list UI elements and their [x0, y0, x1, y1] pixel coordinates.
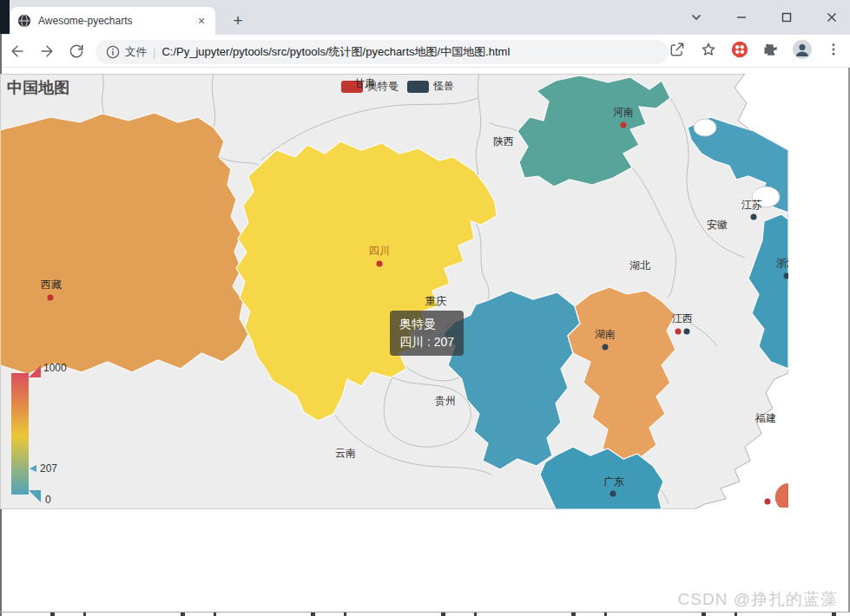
- series-marker-dot: [751, 214, 757, 220]
- tab-close-icon[interactable]: ×: [194, 14, 208, 28]
- visualmap-max-label: 1000: [43, 362, 67, 374]
- visualmap-current-label: 207: [40, 462, 57, 475]
- new-tab-button[interactable]: +: [227, 10, 248, 31]
- browser-window: { "browser": { "tab_title": "Awesome-pye…: [0, 0, 850, 616]
- series-marker-dot: [621, 122, 627, 128]
- province-label-安徽[interactable]: 安徽: [707, 218, 728, 233]
- maximize-button[interactable]: [775, 6, 798, 29]
- province-shape-taiwan[interactable]: [775, 483, 788, 508]
- province-label-江西[interactable]: 江西: [672, 311, 693, 326]
- province-label-贵州[interactable]: 贵州: [435, 394, 456, 409]
- province-label-甘肃[interactable]: 甘肃: [354, 76, 375, 91]
- visualmap-bar[interactable]: [11, 373, 29, 495]
- taskbar-sliver: [0, 612, 850, 616]
- series-marker-dot: [684, 329, 690, 335]
- csdn-watermark: CSDN @挣扎的蓝藻: [678, 588, 838, 611]
- minimize-button[interactable]: [730, 6, 753, 29]
- province-label-陕西[interactable]: 陕西: [493, 134, 514, 149]
- close-window-button[interactable]: [820, 6, 843, 29]
- menu-dots-icon[interactable]: [822, 38, 845, 61]
- series-marker-dot: [377, 261, 383, 267]
- series-marker-dot: [603, 344, 609, 351]
- red-extension-icon[interactable]: [728, 38, 751, 61]
- map-tooltip: 奥特曼 四川 : 207: [390, 311, 464, 356]
- tooltip-series-name: 奥特曼: [399, 315, 454, 333]
- province-label-西藏[interactable]: 西藏: [41, 278, 62, 292]
- series-marker-dot: [765, 499, 771, 505]
- url-separator: |: [153, 46, 155, 59]
- page-info-icon[interactable]: [106, 45, 120, 59]
- window-corner: [0, 0, 10, 34]
- url-text: C:/Py_jupyter/pytools/src/pytools/统计图/py…: [161, 44, 510, 60]
- address-bar[interactable]: 文件 | C:/Py_jupyter/pytools/src/pytools/统…: [96, 40, 669, 64]
- province-label-湖南[interactable]: 湖南: [595, 327, 616, 342]
- province-label-河南[interactable]: 河南: [613, 105, 634, 120]
- browser-tab[interactable]: Awesome-pyecharts ×: [10, 7, 215, 35]
- visualmap-min-label: 0: [45, 494, 51, 506]
- echarts-map-canvas[interactable]: 中国地图 奥特曼 怪兽 甘肃陕西河南江苏安徽湖北浙江西藏四川重庆湖南江西贵州云南…: [0, 74, 788, 509]
- province-label-云南[interactable]: 云南: [335, 446, 356, 461]
- share-icon[interactable]: [666, 38, 689, 61]
- province-label-福建[interactable]: 福建: [755, 411, 776, 426]
- tooltip-value-line: 四川 : 207: [399, 333, 454, 351]
- legend-swatch-guaishou: [407, 81, 429, 93]
- chart-title: 中国地图: [7, 77, 69, 98]
- series-marker-dot: [610, 491, 616, 497]
- tab-strip: Awesome-pyecharts × +: [0, 0, 850, 35]
- bookmark-star-icon[interactable]: [697, 38, 720, 61]
- province-label-广东[interactable]: 广东: [603, 475, 624, 489]
- extensions-puzzle-icon[interactable]: [760, 38, 782, 61]
- series-marker-dot: [48, 295, 54, 301]
- province-label-重庆[interactable]: 重庆: [425, 294, 446, 309]
- tab-search-chevron-icon[interactable]: [685, 6, 708, 29]
- province-label-四川[interactable]: 四川: [369, 244, 390, 259]
- province-label-江苏[interactable]: 江苏: [741, 198, 762, 213]
- series-marker-dot: [675, 329, 682, 335]
- toolbar-actions: [666, 38, 845, 61]
- series-marker-dot: [784, 273, 789, 279]
- province-label-湖北[interactable]: 湖北: [629, 259, 650, 273]
- province-shape-xizang[interactable]: [0, 113, 248, 374]
- forward-button[interactable]: [35, 39, 59, 63]
- favicon-globe-icon: [17, 14, 31, 28]
- profile-avatar[interactable]: [791, 38, 814, 61]
- file-scheme-label: 文件: [125, 45, 147, 60]
- tab-title: Awesome-pyecharts: [38, 15, 194, 27]
- china-map: [0, 74, 788, 509]
- back-button[interactable]: [5, 39, 30, 63]
- window-controls: [685, 3, 843, 31]
- reload-button[interactable]: [64, 39, 89, 63]
- legend-label-guaishou: 怪兽: [433, 79, 454, 94]
- legend-item-guaishou[interactable]: 怪兽: [407, 79, 454, 94]
- lake-hongze: [694, 119, 716, 136]
- province-label-浙江[interactable]: 浙江: [776, 256, 788, 271]
